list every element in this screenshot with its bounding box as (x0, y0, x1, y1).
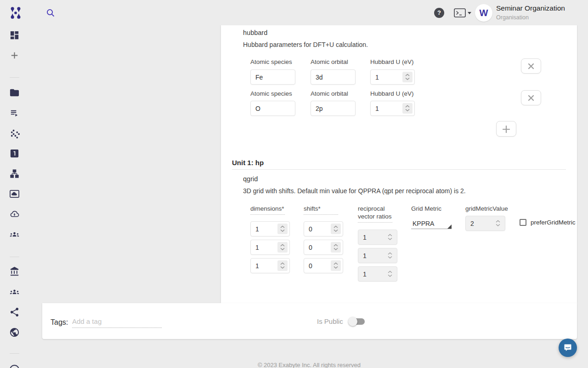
chat-bubble-button[interactable] (559, 339, 577, 357)
number-spinner[interactable] (402, 103, 413, 114)
workflows-playlist-icon[interactable] (9, 108, 20, 118)
prefer-grid-metric-checkbox[interactable] (520, 219, 526, 226)
qgrid-section-description: 3D grid with shifts. Default min value f… (243, 187, 466, 195)
tags-footer-bar: Tags: Is Public (42, 303, 577, 339)
add-icon[interactable] (9, 50, 20, 61)
cloud-upload-icon[interactable] (9, 209, 20, 219)
qgrid-section-title: qgrid (243, 175, 258, 183)
dimension-input[interactable]: 1 (250, 258, 290, 273)
chevron-down-icon (468, 12, 471, 14)
number-spinner (385, 269, 395, 279)
dimension-input[interactable]: 1 (250, 221, 290, 236)
tags-label: Tags: (51, 318, 68, 327)
grid-metric-value-label: gridMetricValue (465, 205, 508, 212)
hubbard-section-title: hubbard (243, 29, 267, 36)
atomic-orbital-input[interactable] (311, 69, 356, 85)
atomic-species-label: Atomic species (250, 58, 292, 65)
is-public-label: Is Public (317, 317, 343, 325)
number-spinner[interactable] (277, 242, 288, 253)
number-spinner[interactable] (331, 224, 341, 234)
globe-icon[interactable] (9, 327, 20, 338)
hubbard-u-input[interactable]: 1 (370, 69, 415, 85)
hubbard-u-label: Hubbard U (eV) (370, 58, 414, 65)
atomic-species-input[interactable] (250, 101, 295, 116)
groups-icon[interactable] (9, 287, 20, 297)
materials-grain-icon[interactable] (9, 128, 20, 138)
shift-input[interactable]: 0 (304, 258, 343, 273)
atomic-species-label: Atomic species (250, 90, 292, 97)
number-spinner[interactable] (402, 72, 413, 82)
hubbard-u-input[interactable]: 1 (370, 101, 415, 116)
prefer-grid-metric-label: preferGridMetric (531, 219, 576, 226)
app-logo-icon[interactable] (8, 6, 23, 20)
console-menu-icon[interactable] (454, 8, 471, 17)
grid-metric-select[interactable]: KPPRA (413, 220, 434, 227)
reciprocal-ratio-input: 1 (358, 230, 397, 245)
looks-one-icon[interactable] (9, 148, 20, 159)
number-spinner (385, 232, 395, 242)
dashboard-icon[interactable] (9, 30, 20, 40)
reciprocal-label-line1: reciprocal (358, 205, 385, 212)
organization-avatar[interactable]: W (475, 4, 492, 22)
cloud-frame-icon[interactable] (9, 189, 20, 199)
workflow-unit-panel: hubbard Hubbard parameters for DFT+U cal… (221, 25, 577, 303)
number-spinner[interactable] (331, 260, 341, 271)
atomic-species-input[interactable] (250, 69, 295, 85)
number-spinner[interactable] (277, 260, 288, 271)
number-spinner[interactable] (277, 224, 288, 234)
sidebar-divider (10, 353, 19, 354)
schema-icon[interactable] (9, 169, 20, 179)
hubbard-u-label: Hubbard U (eV) (370, 90, 414, 97)
number-spinner (385, 250, 395, 261)
atomic-orbital-input[interactable] (311, 101, 356, 116)
hubbard-section-description: Hubbard parameters for DFT+U calculation… (243, 41, 368, 48)
grid-metric-value-input: 2 (465, 216, 505, 231)
shift-input[interactable]: 0 (304, 221, 343, 236)
top-bar: ? W Seminar Organization Organisation (0, 0, 588, 25)
unit-title: Unit 1: hp (232, 159, 264, 167)
number-spinner[interactable] (331, 242, 341, 253)
groups-icon[interactable] (9, 229, 20, 240)
grid-metric-label: Grid Metric (411, 205, 441, 212)
shifts-label: shifts* (304, 205, 338, 215)
shift-input[interactable]: 0 (304, 240, 343, 255)
share-icon[interactable] (9, 307, 20, 317)
sidebar-divider (10, 257, 19, 257)
remove-row-button[interactable] (521, 90, 541, 105)
remove-row-button[interactable] (521, 58, 541, 74)
select-dropdown-arrow-icon[interactable] (447, 224, 452, 229)
reciprocal-ratio-input: 1 (358, 266, 397, 282)
toggle-thumb (348, 317, 357, 326)
organization-name: Seminar Organization (496, 4, 565, 12)
search-icon[interactable] (45, 7, 56, 18)
dimension-input[interactable]: 1 (250, 240, 290, 255)
sidebar-divider (10, 77, 19, 78)
is-public-toggle[interactable] (349, 318, 365, 325)
section-divider (232, 169, 566, 170)
organization-switcher[interactable]: Seminar Organization Organisation (496, 4, 565, 21)
reciprocal-label-line2: vector ratios (358, 213, 392, 223)
atomic-orbital-label: Atomic orbital (311, 90, 348, 97)
dimensions-label: dimensions* (250, 205, 285, 215)
add-row-button[interactable] (496, 121, 516, 137)
left-sidebar (0, 25, 29, 368)
help-icon[interactable]: ? (434, 8, 444, 18)
add-tag-input[interactable] (72, 315, 162, 328)
bank-icon[interactable] (9, 266, 20, 277)
folder-icon[interactable] (9, 87, 20, 98)
copyright-text: © 2023 Exabyte Inc. All rights reserved (41, 362, 577, 368)
number-spinner (493, 218, 503, 229)
organization-type: Organisation (496, 14, 565, 21)
reciprocal-ratio-input: 1 (358, 248, 397, 263)
select-underline (411, 229, 452, 229)
globe-partial-icon[interactable] (9, 364, 20, 368)
atomic-orbital-label: Atomic orbital (311, 58, 348, 65)
